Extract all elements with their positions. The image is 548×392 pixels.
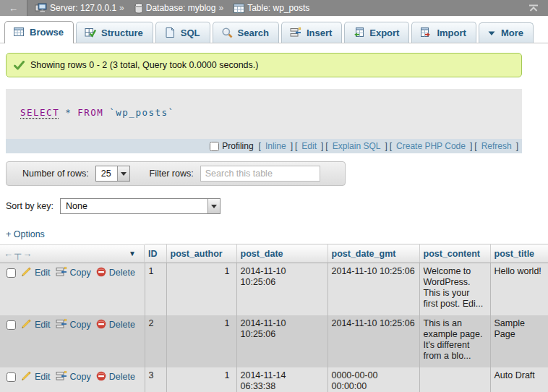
- create-php-code-link[interactable]: Create PHP Code: [396, 141, 466, 151]
- cell-post-content: [419, 367, 490, 392]
- success-check-icon: [14, 61, 25, 70]
- cell-post-content: Welcome to WordPress. This is your first…: [419, 263, 490, 315]
- chevron-down-icon: [487, 30, 496, 37]
- cell-id: 3: [145, 367, 166, 392]
- delete-link[interactable]: Delete: [109, 320, 135, 331]
- tab-label: Structure: [101, 27, 143, 38]
- tab-structure[interactable]: Structure: [76, 22, 153, 43]
- sort-by-key-select[interactable]: None: [60, 198, 221, 214]
- bracket: ]: [470, 141, 472, 151]
- tab-label: Export: [369, 27, 399, 38]
- chevron-down-icon: [207, 199, 220, 213]
- cell-post-date: 2014-11-10 10:25:06: [236, 263, 327, 315]
- table-icon: [234, 4, 244, 13]
- cell-post-title: Auto Draft: [490, 367, 548, 392]
- cell-post-date-gmt: 2014-11-10 10:25:06: [327, 263, 419, 315]
- copy-icon: [56, 370, 67, 385]
- rows-label: Number of rows:: [22, 169, 89, 179]
- column-header-id[interactable]: ID: [145, 244, 166, 263]
- cell-post-date-gmt: 0000-00-00 00:00:00: [327, 367, 419, 392]
- sql-operator: *: [65, 107, 72, 118]
- column-nav-icon[interactable]: ←┬→: [4, 248, 33, 259]
- bracket: [: [474, 141, 476, 151]
- cell-post-author: 1: [166, 315, 236, 367]
- main-content: Showing rows 0 - 2 (3 total, Query took …: [0, 43, 548, 392]
- inline-link[interactable]: Inline: [265, 141, 286, 151]
- arrow-left-icon: ←: [9, 3, 18, 14]
- copy-link[interactable]: Copy: [70, 320, 91, 331]
- breadcrumb-database[interactable]: Database: myblog: [146, 3, 216, 13]
- row-checkbox[interactable]: [7, 268, 16, 278]
- tab-browse[interactable]: Browse: [4, 21, 74, 43]
- rows-per-page-select[interactable]: 25: [95, 166, 130, 182]
- status-message: Showing rows 0 - 2 (3 total, Query took …: [6, 53, 522, 77]
- tab-import[interactable]: Import: [411, 22, 476, 43]
- edit-pencil-icon: [21, 266, 32, 280]
- row-checkbox[interactable]: [7, 372, 16, 382]
- tab-more[interactable]: More: [479, 22, 534, 43]
- filter-rows-input[interactable]: [200, 166, 320, 182]
- tab-label: SQL: [181, 27, 200, 38]
- sort-label: Sort by key:: [6, 201, 53, 211]
- delete-icon: [96, 319, 106, 332]
- profiling-checkbox[interactable]: [210, 142, 219, 151]
- with-selected-dropdown-icon[interactable]: ▼: [129, 250, 140, 257]
- edit-link[interactable]: Edit: [35, 268, 51, 278]
- tab-sql[interactable]: SQL: [155, 22, 210, 43]
- sql-query-panel: SELECT*FROM`wp_posts` Profiling [Inline]…: [6, 89, 522, 153]
- cell-post-author: 1: [166, 367, 236, 392]
- edit-pencil-icon: [21, 318, 32, 332]
- column-header-post-date[interactable]: post_date: [236, 244, 327, 263]
- import-icon: [420, 27, 432, 38]
- phpmyadmin-page: ← Server: 127.0.0.1 » Database: myblog »…: [0, 0, 548, 392]
- column-header-post-date-gmt[interactable]: post_date_gmt: [327, 244, 419, 263]
- breadcrumb-table[interactable]: Table: wp_posts: [247, 3, 309, 13]
- structure-icon: [85, 27, 96, 38]
- server-icon: [35, 3, 47, 13]
- breadcrumb-server[interactable]: Server: 127.0.0.1: [50, 3, 116, 13]
- actions-column-header: ←┬→ ▼: [0, 244, 145, 263]
- copy-link[interactable]: Copy: [70, 372, 91, 383]
- tab-insert[interactable]: Insert: [281, 22, 342, 43]
- explain-sql-link[interactable]: Explain SQL: [333, 141, 381, 151]
- copy-icon: [56, 318, 67, 333]
- edit-query-link[interactable]: Edit: [301, 141, 317, 151]
- breadcrumb-separator: »: [218, 3, 223, 13]
- edit-link[interactable]: Edit: [35, 372, 51, 383]
- edit-link[interactable]: Edit: [35, 320, 51, 331]
- copy-icon: [56, 266, 67, 281]
- chevron-down-icon: [117, 166, 129, 181]
- refresh-link[interactable]: Refresh: [481, 141, 512, 151]
- bracket: [: [390, 141, 392, 151]
- bracket: ]: [291, 141, 293, 151]
- tab-export[interactable]: Export: [344, 22, 409, 43]
- filter-label: Filter rows:: [150, 169, 194, 179]
- breadcrumb-separator: »: [119, 3, 124, 13]
- results-table: ←┬→ ▼ ID post_author post_date post_date…: [0, 244, 548, 392]
- cell-post-title: Hello world!: [490, 263, 548, 315]
- delete-link[interactable]: Delete: [109, 268, 135, 278]
- export-icon: [353, 27, 364, 38]
- browse-table-icon: [13, 26, 25, 38]
- row-checkbox[interactable]: [7, 320, 16, 330]
- column-header-post-author[interactable]: post_author: [166, 244, 236, 263]
- profiling-toggle[interactable]: Profiling: [210, 141, 253, 151]
- cell-post-content: This is an example page. It's different …: [419, 315, 490, 367]
- column-header-post-title[interactable]: post_title: [490, 244, 548, 263]
- cell-post-author: 1: [166, 263, 236, 315]
- tab-search[interactable]: Search: [213, 22, 279, 43]
- sql-identifier: `wp_posts`: [109, 107, 174, 118]
- table-row: Edit Copy Delete 2 1 2014-11-10 10:25:06…: [0, 315, 548, 367]
- tab-bar: Browse Structure SQL Search Insert: [0, 16, 548, 43]
- options-toggle[interactable]: + Options: [6, 229, 45, 239]
- sql-keyword[interactable]: SELECT: [20, 107, 59, 118]
- back-button[interactable]: ←: [0, 0, 27, 16]
- bracket: ]: [321, 141, 323, 151]
- search-icon: [221, 27, 233, 38]
- copy-link[interactable]: Copy: [70, 268, 91, 278]
- insert-row-icon: [290, 27, 301, 38]
- collapse-panel-icon[interactable]: [528, 4, 539, 12]
- cell-post-date: 2014-11-14 06:33:38: [236, 367, 327, 392]
- delete-link[interactable]: Delete: [109, 372, 135, 383]
- column-header-post-content[interactable]: post_content: [419, 244, 490, 263]
